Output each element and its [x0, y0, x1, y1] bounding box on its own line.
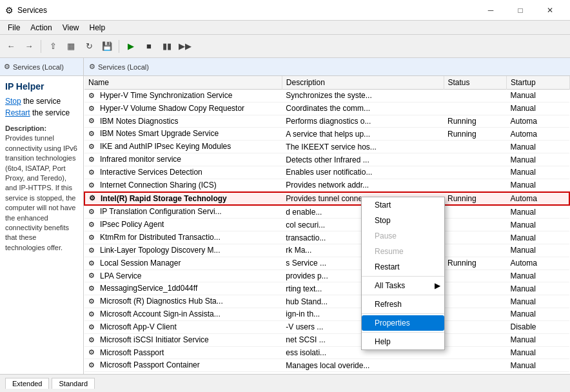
- tab-extended[interactable]: Extended: [5, 378, 49, 389]
- service-status-cell: [444, 141, 506, 153]
- service-name-cell: ⚙KtmRm for Distributed Transactio...: [84, 231, 282, 244]
- menu-file[interactable]: File: [3, 22, 25, 34]
- service-name-cell: ⚙LPA Service: [84, 270, 282, 282]
- col-description[interactable]: Description: [282, 76, 444, 90]
- table-row[interactable]: ⚙Microsoft (R) Diagnostics Hub Sta...hub…: [84, 295, 569, 308]
- service-startup-cell: Manual: [506, 308, 569, 321]
- service-status-cell: [444, 308, 506, 321]
- col-name[interactable]: Name: [84, 76, 282, 90]
- service-desc-cell: Coordinates the comm...: [282, 102, 444, 115]
- table-row[interactable]: ⚙KtmRm for Distributed Transactio...tran…: [84, 231, 569, 244]
- service-startup-cell: Manual: [506, 166, 569, 179]
- table-row[interactable]: ⚙Microsoft Passportess isolati...Manual: [84, 346, 569, 359]
- context-menu-item: Resume: [362, 244, 444, 259]
- service-status-cell: [444, 244, 506, 257]
- table-row[interactable]: ⚙Hyper-V Time Synchronization ServiceSyn…: [84, 90, 569, 103]
- service-name-cell: ⚙IBM Notes Diagnostics: [84, 115, 282, 128]
- export-button[interactable]: 💾: [99, 38, 115, 55]
- service-desc-cell: Manages local overide...: [282, 359, 444, 372]
- context-menu-separator: [362, 295, 444, 295]
- context-menu-item: Pause: [362, 228, 444, 244]
- services-table[interactable]: Name Description Status Startup ⚙Hyper-V…: [84, 76, 570, 374]
- service-desc-cell: Detects other Infrared ...: [282, 153, 444, 166]
- menu-view[interactable]: View: [57, 22, 84, 34]
- service-status-cell: [444, 359, 506, 372]
- col-startup[interactable]: Startup: [506, 76, 569, 90]
- window-title: Services: [17, 6, 47, 15]
- service-status-cell: Running: [444, 192, 506, 206]
- context-menu-item[interactable]: Help: [362, 334, 444, 349]
- services-list: Name Description Status Startup ⚙Hyper-V…: [84, 76, 570, 372]
- restart-button[interactable]: ▶▶: [177, 38, 193, 55]
- table-row[interactable]: ⚙Internet Connection Sharing (ICS)Provid…: [84, 179, 569, 191]
- refresh-button[interactable]: ↻: [81, 38, 97, 55]
- up-button[interactable]: ⇧: [44, 38, 61, 55]
- service-name-cell: ⚙Hyper-V Time Synchronization Service: [84, 90, 282, 103]
- table-row[interactable]: ⚙MessagingService_1dd044ffrting text...M…: [84, 282, 569, 295]
- service-status-cell: [444, 282, 506, 295]
- services-tbody: ⚙Hyper-V Time Synchronization ServiceSyn…: [84, 90, 569, 372]
- desc-label: Description:: [5, 124, 46, 132]
- table-row[interactable]: ⚙IP Translation Configuration Servi...d …: [84, 205, 569, 218]
- table-row[interactable]: ⚙IKE and AuthIP IPsec Keying ModulesThe …: [84, 141, 569, 153]
- forward-button[interactable]: →: [21, 38, 37, 55]
- back-button[interactable]: ←: [3, 38, 19, 55]
- service-name-cell: ⚙Hyper-V Volume Shadow Copy Requestor: [84, 102, 282, 115]
- table-row[interactable]: ⚙IPsec Policy Agentcol securi...Manual: [84, 219, 569, 231]
- service-startup-cell: Manual: [506, 333, 569, 346]
- restart-link[interactable]: Restart: [5, 108, 30, 117]
- service-startup-cell: Automa: [506, 115, 569, 128]
- titlebar: ⚙ Services ─ □ ✕: [0, 0, 570, 21]
- context-menu-item[interactable]: Restart: [362, 259, 444, 275]
- table-row[interactable]: ⚙Microsoft iSCSI Initiator Servicenet SC…: [84, 333, 569, 346]
- right-panel-header-text: Services (Local): [98, 63, 149, 71]
- service-name-cell: ⚙Local Session Manager: [84, 257, 282, 270]
- table-row[interactable]: ⚙IBM Notes DiagnosticsPerforms diagnosti…: [84, 115, 569, 128]
- context-menu-item[interactable]: Properties: [362, 315, 444, 331]
- show-hide-button[interactable]: ▦: [63, 38, 79, 55]
- service-startup-cell: Manual: [506, 346, 569, 359]
- context-menu-item[interactable]: Start: [362, 197, 444, 213]
- context-menu-separator: [362, 276, 444, 277]
- service-status-cell: [444, 295, 506, 308]
- close-button[interactable]: ✕: [535, 0, 565, 21]
- service-startup-cell: Manual: [506, 205, 569, 218]
- context-menu-item[interactable]: Refresh: [362, 297, 444, 312]
- context-menu-separator: [362, 332, 444, 333]
- service-status-cell: Running: [444, 115, 506, 128]
- minimize-button[interactable]: ─: [476, 0, 506, 21]
- table-row[interactable]: ⚙Microsoft Passport ContainerManages loc…: [84, 359, 569, 372]
- table-row[interactable]: ⚙Interactive Services DetectionEnables u…: [84, 166, 569, 179]
- service-name-cell: ⚙IP Translation Configuration Servi...: [84, 205, 282, 218]
- table-row[interactable]: ⚙Intel(R) Rapid Storage TechnologyProvid…: [84, 192, 569, 206]
- start-button[interactable]: ▶: [123, 38, 139, 55]
- table-row[interactable]: ⚙IBM Notes Smart Upgrade ServiceA servic…: [84, 128, 569, 141]
- table-row[interactable]: ⚙Link-Layer Topology Discovery M...rk Ma…: [84, 244, 569, 257]
- service-name-cell: ⚙Link-Layer Topology Discovery M...: [84, 244, 282, 257]
- table-row[interactable]: ⚙Infrared monitor serviceDetects other I…: [84, 153, 569, 166]
- menubar: File Action View Help: [0, 21, 570, 35]
- col-status[interactable]: Status: [444, 76, 506, 90]
- table-row[interactable]: ⚙Local Session Managers Service ...Runni…: [84, 257, 569, 270]
- tab-standard[interactable]: Standard: [52, 378, 95, 389]
- service-status-cell: [444, 346, 506, 359]
- menu-help[interactable]: Help: [84, 22, 111, 34]
- stop-button[interactable]: ■: [141, 38, 157, 55]
- service-status-cell: [444, 270, 506, 282]
- pause-button[interactable]: ▮▮: [159, 38, 175, 55]
- service-startup-cell: Automa: [506, 257, 569, 270]
- table-row[interactable]: ⚙Hyper-V Volume Shadow Copy RequestorCoo…: [84, 102, 569, 115]
- stop-link[interactable]: Stop: [5, 97, 21, 106]
- service-status-cell: [444, 166, 506, 179]
- service-name-cell: ⚙Intel(R) Rapid Storage Technology: [84, 192, 282, 206]
- table-row[interactable]: ⚙LPA Serviceprovides p...Manual: [84, 270, 569, 282]
- context-menu-item[interactable]: Stop: [362, 213, 444, 228]
- service-startup-cell: Manual: [506, 153, 569, 166]
- maximize-button[interactable]: □: [506, 0, 535, 21]
- table-row[interactable]: ⚙Microsoft App-V Client-V users ...Disab…: [84, 320, 569, 333]
- table-row[interactable]: ⚙Microsoft Account Sign-in Assista...ign…: [84, 308, 569, 321]
- stop-suffix: the service: [23, 97, 61, 106]
- context-menu-item[interactable]: All Tasks▶: [362, 278, 444, 293]
- service-name-cell: ⚙Internet Connection Sharing (ICS): [84, 179, 282, 191]
- menu-action[interactable]: Action: [25, 22, 57, 34]
